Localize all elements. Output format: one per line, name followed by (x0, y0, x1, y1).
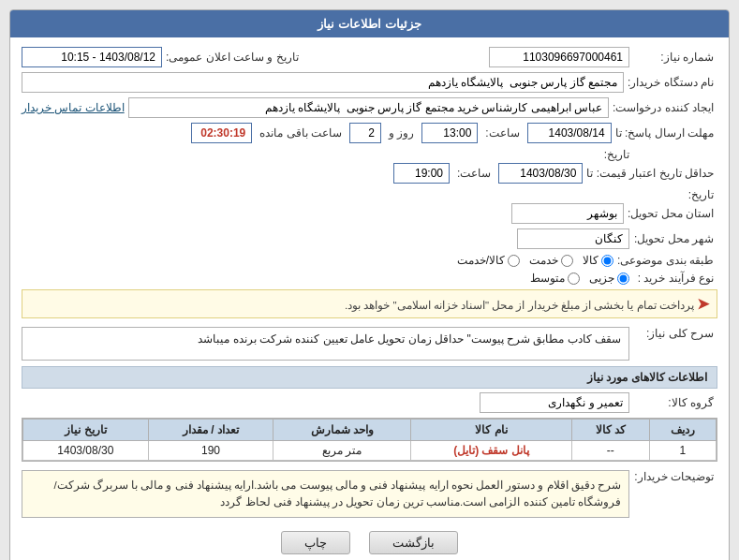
radio-jozvi[interactable]: جزیی (589, 272, 629, 285)
date1-input (527, 123, 612, 143)
print-button[interactable]: چاپ (281, 531, 350, 554)
col-radif: ردیف (649, 420, 716, 441)
shomare-niaz-input (489, 47, 629, 67)
mohlet-label: مهلت ارسال پاسخ: تا (615, 126, 717, 140)
radio-jozvi-input[interactable] (617, 273, 629, 285)
tabaqe-radio-group: کالا/خدمت خدمت کالا (457, 254, 613, 267)
col-qty: تعداد / مقدار (148, 420, 273, 441)
radio-kala-input[interactable] (601, 255, 613, 267)
ijad-konande-label: ایجاد کننده درخواست: (613, 101, 717, 114)
shahr-input (517, 228, 629, 249)
radio-motavasset-label: متوسط (530, 272, 565, 285)
back-button[interactable]: بازگشت (369, 531, 458, 554)
radio-kala-khadamat[interactable]: کالا/خدمت (457, 254, 520, 267)
ostan-label: استان محل تحویل: (628, 207, 717, 220)
items-table-wrapper: ردیف کد کالا نام کالا واحد شمارش تعداد /… (22, 418, 717, 462)
sarh-label: سرح کلی نیاز: (633, 323, 717, 340)
tarikh2-label: تاریخ: (633, 188, 717, 201)
radio-kala[interactable]: کالا (583, 254, 613, 267)
buttons-row: بازگشت چاپ (22, 531, 717, 554)
buyer-notes-box: شرح دقیق اقلام و دستور العمل نحوه ارایه … (22, 470, 629, 518)
col-date: تاریخ نیاز (23, 420, 149, 441)
baghi-mande-input (191, 123, 252, 143)
roz-input (349, 123, 381, 143)
note-box: ➤ پرداخت تمام یا بخشی از مبلغ خریدار از … (22, 289, 717, 318)
noe-farayand-label: نوع فرآیند خرید : (633, 272, 717, 285)
taarikh-elan-label: تاریخ و ساعت اعلان عمومی: (166, 51, 303, 64)
tabaqe-label: طبقه بندی موضوعی: (617, 254, 717, 267)
ijad-konande-input (128, 97, 609, 118)
radio-khadamat-input[interactable] (561, 255, 573, 267)
buyer-notes-label: توضیحات خریدار: (633, 466, 717, 483)
radio-jozvi-label: جزیی (589, 272, 614, 285)
panel-title: جزئیات اطلاعات نیاز (10, 10, 729, 37)
red-arrow-icon: ➤ (697, 296, 709, 312)
saat1-label: ساعت: (481, 126, 523, 140)
info-section-title: اطلاعات کالاهای مورد نیاز (22, 366, 717, 389)
roz-label: روز و (385, 126, 418, 140)
col-kod: کد کالا (571, 420, 649, 441)
col-unit: واحد شمارش (273, 420, 411, 441)
tarikh-label: تاریخ: (549, 148, 633, 161)
items-table: ردیف کد کالا نام کالا واحد شمارش تعداد /… (22, 419, 717, 461)
radio-kala-khadamat-label: کالا/خدمت (457, 254, 505, 267)
radio-kala-label: کالا (583, 254, 599, 267)
radio-kala-khadamat-input[interactable] (508, 255, 520, 267)
nam-dastgah-input (22, 72, 624, 93)
note-text: پرداخت تمام یا بخشی از مبلغ خریدار از مح… (345, 300, 694, 311)
col-name: نام کالا (411, 420, 571, 441)
date2-input (498, 163, 583, 184)
baghi-mande-label: ساعت باقی مانده (256, 126, 346, 140)
saat1-input (421, 123, 478, 143)
radio-motavasset[interactable]: متوسط (530, 272, 580, 285)
table-row: 1--پانل سقف (تایل)متر مربع1901403/08/30 (23, 441, 717, 461)
hadaqal-label: حداقل تاریخ اعتبار قیمت: تا (586, 167, 717, 180)
group-label: گروه کالا: (633, 396, 717, 409)
sarh-box: سقف کادب مطابق شرح پیوست" حداقل زمان تحو… (22, 327, 629, 361)
etela-link[interactable]: اطلاعات تماس خریدار (22, 101, 125, 114)
group-input (480, 392, 629, 413)
ostan-input (511, 203, 624, 224)
radio-motavasset-input[interactable] (568, 273, 580, 285)
shomare-niaz-label: شماره نیاز: (633, 51, 717, 64)
saat2-label: ساعت: (453, 167, 495, 180)
radio-khadamat[interactable]: خدمت (529, 254, 573, 267)
radio-khadamat-label: خدمت (529, 254, 558, 267)
saat2-input (393, 163, 450, 184)
taarikh-elan-input (22, 47, 162, 67)
nam-dastgah-label: نام دستگاه خریدار: (628, 76, 717, 89)
noe-farayand-radio-group: متوسط جزیی (530, 272, 629, 285)
shahr-label: شهر محل تحویل: (633, 232, 717, 245)
